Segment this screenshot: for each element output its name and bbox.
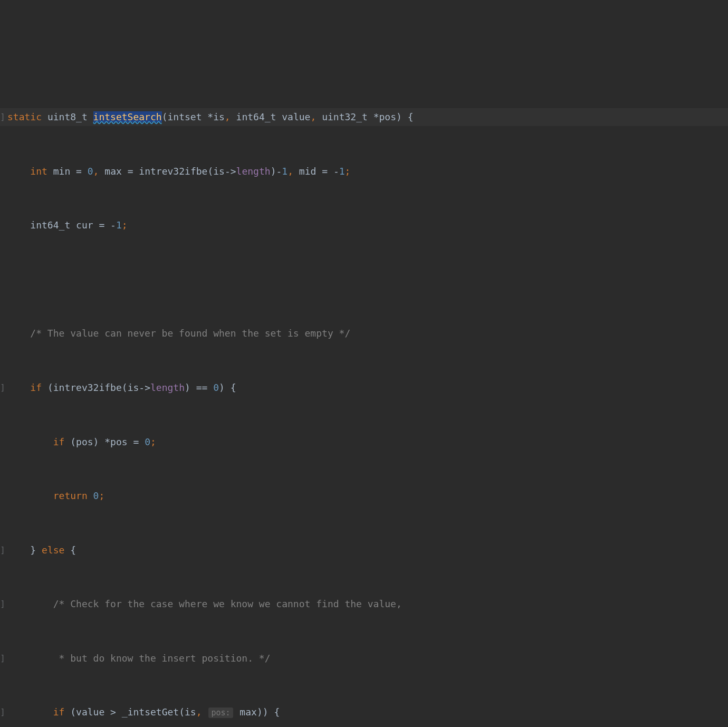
fn-call: intrev32ifbe	[53, 382, 122, 393]
paren-close: )	[257, 706, 263, 718]
comment: * but do know the insert position. */	[53, 653, 271, 664]
code-line[interactable]: return 0;	[0, 487, 728, 505]
op-eq: =	[99, 219, 104, 231]
number: 1	[282, 166, 288, 177]
type-int64: int64_t	[236, 111, 276, 122]
gutter: ]	[0, 704, 7, 720]
semicolon: ;	[150, 436, 156, 447]
var-cur: cur	[76, 219, 93, 231]
semicolon: ;	[345, 166, 351, 177]
op-eq: =	[322, 166, 328, 177]
comment: /* Check for the case where we know we c…	[53, 598, 402, 609]
code-line[interactable]: if (pos) *pos = 0;	[0, 433, 728, 451]
number: 0	[145, 436, 150, 447]
code-line[interactable]: ] if (intrev32ifbe(is->length) == 0) {	[0, 379, 728, 397]
brace-open: {	[274, 706, 280, 718]
comma: ,	[310, 111, 316, 122]
paren-close: )	[185, 382, 190, 393]
var-min: min	[53, 166, 71, 177]
code-line[interactable]: ]static uint8_t intsetSearch(intset *is,…	[0, 108, 728, 126]
code-line[interactable]: int64_t cur = -1;	[0, 216, 728, 234]
gutter: ]	[0, 651, 7, 666]
paren-open: (	[47, 382, 53, 393]
param-pos: *pos	[373, 111, 396, 122]
op-eq: =	[128, 166, 133, 177]
comma: ,	[225, 111, 231, 122]
comma: ,	[196, 706, 202, 718]
number: 0	[88, 166, 93, 177]
semicolon: ;	[99, 490, 104, 501]
gutter: ]	[0, 542, 7, 558]
paren-open: (	[122, 382, 128, 393]
type-intset: intset	[167, 111, 202, 122]
op-eq: =	[76, 166, 82, 177]
brace-open: {	[70, 544, 76, 556]
fn-call: intrev32ifbe	[139, 166, 207, 177]
paren-open: (	[207, 166, 213, 177]
op-gt: >	[110, 706, 116, 718]
op-neg: -	[333, 166, 339, 177]
brace-open: {	[231, 382, 236, 393]
gutter: ]	[0, 109, 7, 125]
gutter: ]	[0, 596, 7, 612]
var-pos: pos	[76, 436, 93, 447]
keyword-if: if	[30, 382, 42, 393]
var-is-arrow: is->	[128, 382, 150, 393]
paren-open: (	[162, 111, 168, 122]
op-neg: -	[110, 219, 116, 231]
number: 1	[116, 219, 122, 231]
paren-close: )	[263, 706, 269, 718]
function-name-highlighted: intsetSearch	[93, 111, 162, 122]
keyword-int: int	[30, 166, 47, 177]
comment: /* The value can never be found when the…	[30, 328, 350, 339]
code-line[interactable]: int min = 0, max = intrev32ifbe(is->leng…	[0, 162, 728, 180]
code-line[interactable]: ] /* Check for the case where we know we…	[0, 595, 728, 613]
var-is-arrow: is->	[213, 166, 236, 177]
keyword-if: if	[53, 436, 65, 447]
paren-close: )	[219, 382, 225, 393]
paren-open: (	[70, 706, 76, 718]
keyword-static: static	[7, 111, 42, 122]
deref-pos: *pos	[104, 436, 127, 447]
param-is: *is	[207, 111, 225, 122]
paren-close: )	[271, 166, 276, 177]
var-value: value	[76, 706, 104, 718]
brace-close: }	[30, 544, 36, 556]
keyword-return: return	[53, 490, 88, 501]
param-value: value	[282, 111, 310, 122]
comma: ,	[93, 166, 99, 177]
number: 1	[339, 166, 345, 177]
var-mid: mid	[299, 166, 317, 177]
var-is: is	[185, 706, 196, 718]
field-length: length	[150, 382, 185, 393]
brace-open: {	[408, 111, 414, 122]
paren-open: (	[70, 436, 76, 447]
code-line[interactable]: ] if (value > _intsetGet(is, pos: max)) …	[0, 703, 728, 721]
paren-open: (	[179, 706, 185, 718]
paren-close: )	[93, 436, 99, 447]
type-uint32: uint32_t	[322, 111, 368, 122]
comma: ,	[288, 166, 293, 177]
semicolon: ;	[122, 219, 128, 231]
code-line[interactable]: /* The value can never be found when the…	[0, 324, 728, 342]
number: 0	[93, 490, 99, 501]
type-int64: int64_t	[30, 219, 70, 231]
code-line[interactable]: ] } else {	[0, 541, 728, 559]
gutter: ]	[0, 380, 7, 396]
keyword-if: if	[53, 706, 65, 718]
code-editor[interactable]: ]static uint8_t intsetSearch(intset *is,…	[0, 72, 728, 727]
code-line[interactable]: ] * but do know the insert position. */	[0, 649, 728, 667]
var-max: max	[240, 706, 257, 718]
keyword-else: else	[42, 544, 64, 556]
op-eq-eq: ==	[196, 382, 208, 393]
op-minus: -	[276, 166, 282, 177]
op-eq: =	[133, 436, 139, 447]
number: 0	[213, 382, 219, 393]
field-length: length	[236, 166, 271, 177]
type-uint8: uint8_t	[47, 111, 88, 122]
var-max: max	[104, 166, 122, 177]
param-hint: pos:	[208, 707, 233, 718]
fn-call: _intsetGet	[122, 706, 179, 718]
code-line[interactable]	[0, 271, 728, 289]
paren-close: )	[396, 111, 402, 122]
